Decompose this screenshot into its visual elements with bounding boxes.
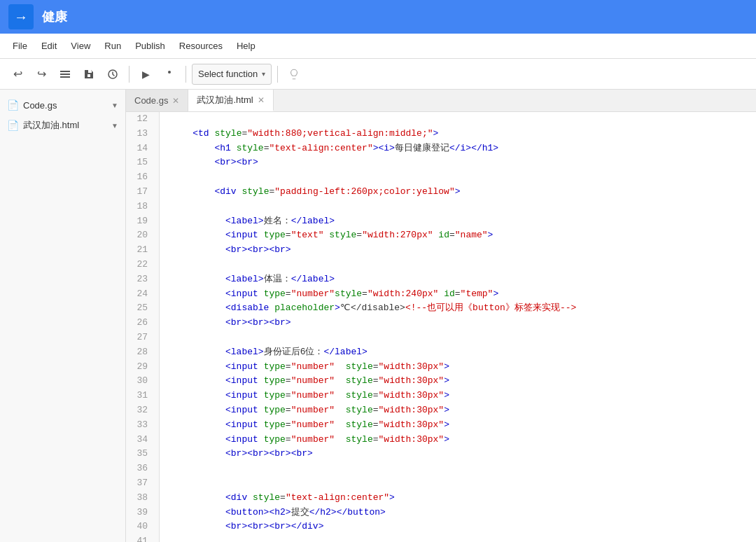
close-tab-code-gs[interactable]: ✕	[172, 96, 179, 106]
line-content: <label>体温：</label>	[160, 272, 756, 287]
code-line: 26 <br><br><br>	[126, 316, 756, 331]
line-number: 25	[126, 301, 160, 316]
code-line: 12	[126, 112, 756, 127]
line-content: <div style="text-align:center">	[160, 491, 756, 506]
tab-bar: Code.gs ✕ 武汉加油.html ✕	[126, 90, 756, 112]
line-number: 31	[126, 389, 160, 403]
clock-button[interactable]	[102, 64, 123, 85]
line-content: <input type="number" style="width:30px">	[160, 433, 756, 447]
menu-run[interactable]: Run	[97, 38, 128, 54]
code-lines: 12 13 <td style="width:880;vertical-alig…	[126, 112, 756, 542]
chevron-down-icon-2: ▼	[111, 122, 118, 130]
line-number: 40	[126, 520, 160, 534]
code-line: 40 <br><br><br></div>	[126, 520, 756, 534]
line-content: <br><br><br>	[160, 243, 756, 258]
debug-button[interactable]	[159, 64, 180, 85]
line-number: 22	[126, 258, 160, 272]
code-line: 27	[126, 331, 756, 345]
svg-rect-1	[60, 74, 70, 75]
code-line: 13 <td style="width:880;vertical-align:m…	[126, 127, 756, 141]
code-line: 19 <label>姓名：</label>	[126, 214, 756, 229]
select-function-button[interactable]: Select function ▾	[192, 64, 272, 85]
line-number: 23	[126, 272, 160, 287]
back-arrow-icon[interactable]	[8, 4, 34, 29]
code-line: 32 <input type="number" style="width:30p…	[126, 403, 756, 418]
line-content: <br><br>	[160, 155, 756, 170]
line-number: 24	[126, 287, 160, 302]
line-content: <input type="number" style="width:30px">	[160, 360, 756, 375]
line-content: <input type="number" style="width:30px">	[160, 389, 756, 403]
line-content	[160, 534, 756, 542]
line-number: 12	[126, 112, 160, 127]
menu-publish[interactable]: Publish	[128, 38, 172, 54]
line-number: 41	[126, 534, 160, 542]
line-content: <h1 style="text-align:center"><i>每日健康登记<…	[160, 141, 756, 156]
line-content	[160, 170, 756, 185]
line-content: <br><br><br><br>	[160, 447, 756, 461]
line-number: 28	[126, 345, 160, 360]
lightbulb-button[interactable]	[284, 64, 304, 85]
menu-view[interactable]: View	[64, 38, 97, 54]
line-number: 21	[126, 243, 160, 258]
line-content: <input type="number" style="width:30px">	[160, 403, 756, 418]
line-content: <input type="number"style="width:240px" …	[160, 287, 756, 302]
code-line: 21 <br><br><br>	[126, 243, 756, 258]
sidebar-item-code-gs[interactable]: 📄 Code.gs ▼	[0, 95, 125, 115]
code-line: 24 <input type="number"style="width:240p…	[126, 287, 756, 302]
line-content: <disable placeholder>℃</disable><!--也可以用…	[160, 301, 756, 316]
code-line: 36	[126, 461, 756, 476]
undo-button[interactable]: ↩	[7, 64, 28, 85]
line-number: 33	[126, 418, 160, 433]
sidebar-item-wuhan-html[interactable]: 📄 武汉加油.html ▼	[0, 115, 125, 136]
line-content: <button><h2>提交</h2></button>	[160, 506, 756, 520]
menu-edit[interactable]: Edit	[34, 38, 64, 54]
code-line: 33 <input type="number" style="width:30p…	[126, 418, 756, 433]
chevron-down-icon: ▼	[111, 102, 118, 109]
menu-file[interactable]: File	[6, 38, 34, 54]
line-number: 37	[126, 476, 160, 491]
file-icon: 📄	[7, 99, 19, 111]
select-function-label: Select function	[198, 69, 258, 79]
close-tab-wuhan-html[interactable]: ✕	[258, 95, 265, 105]
sidebar: 📄 Code.gs ▼ 📄 武汉加油.html ▼	[0, 90, 126, 542]
line-content: <label>姓名：</label>	[160, 214, 756, 229]
svg-rect-2	[60, 76, 70, 78]
svg-point-4	[168, 71, 171, 74]
code-line: 16	[126, 170, 756, 185]
line-number: 13	[126, 127, 160, 141]
code-editor[interactable]: 12 13 <td style="width:880;vertical-alig…	[126, 112, 756, 542]
line-number: 15	[126, 155, 160, 170]
line-number: 32	[126, 403, 160, 418]
menubar: File Edit View Run Publish Resources Hel…	[0, 34, 756, 59]
code-line: 22	[126, 258, 756, 272]
list-button[interactable]	[55, 64, 76, 85]
menu-resources[interactable]: Resources	[172, 38, 230, 54]
main-layout: 📄 Code.gs ▼ 📄 武汉加油.html ▼ Code.gs ✕ 武汉加油…	[0, 90, 756, 542]
sidebar-file-label-2: 武汉加油.html	[23, 119, 79, 132]
editor-area: Code.gs ✕ 武汉加油.html ✕ 12 13 <td style="w…	[126, 90, 756, 542]
line-number: 39	[126, 506, 160, 520]
line-number: 27	[126, 331, 160, 345]
line-content	[160, 461, 756, 476]
code-line: 37	[126, 476, 756, 491]
code-line: 38 <div style="text-align:center">	[126, 491, 756, 506]
tab-code-gs[interactable]: Code.gs ✕	[126, 90, 188, 111]
toolbar-divider	[129, 66, 130, 83]
code-line: 18	[126, 200, 756, 214]
tab-wuhan-html[interactable]: 武汉加油.html ✕	[188, 90, 273, 111]
menu-help[interactable]: Help	[230, 38, 262, 54]
line-content	[160, 258, 756, 272]
line-content: <input type="number" style="width:30px">	[160, 418, 756, 433]
run-button[interactable]: ▶	[135, 64, 156, 85]
line-content: <td style="width:880;vertical-align:midd…	[160, 127, 756, 141]
line-number: 29	[126, 360, 160, 375]
save-button[interactable]	[78, 64, 99, 85]
line-number: 20	[126, 228, 160, 243]
sidebar-file-label: Code.gs	[23, 100, 57, 111]
code-line: 34 <input type="number" style="width:30p…	[126, 433, 756, 447]
code-line: 14 <h1 style="text-align:center"><i>每日健康…	[126, 141, 756, 156]
code-line: 41	[126, 534, 756, 542]
redo-button[interactable]: ↪	[31, 64, 52, 85]
line-number: 18	[126, 200, 160, 214]
line-content: <br><br><br></div>	[160, 520, 756, 534]
